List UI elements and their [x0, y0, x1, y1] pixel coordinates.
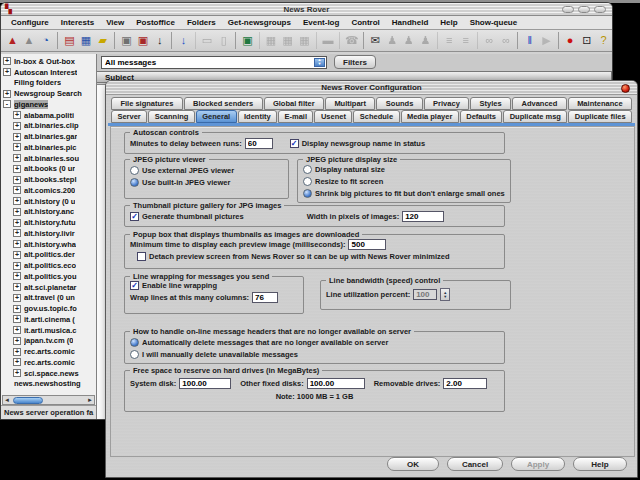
tree-horizontal-scrollbar[interactable]: ◄ ►: [2, 395, 95, 405]
tree-item[interactable]: + sci.space.news: [1, 368, 96, 379]
tree-item[interactable]: + Newsgroup Search: [1, 88, 96, 99]
tree-expand-icon[interactable]: +: [13, 358, 21, 366]
tab[interactable]: Server: [111, 110, 147, 123]
tree-expand-icon[interactable]: +: [13, 133, 21, 141]
dropdown-stepper-icon[interactable]: ▲▼: [314, 58, 325, 67]
tree-item[interactable]: - giganews: [1, 99, 96, 110]
menu-item[interactable]: Handheld: [386, 18, 434, 27]
tree-item[interactable]: + alt.history.wha: [1, 239, 96, 250]
menu-item[interactable]: Event-log: [297, 18, 345, 27]
tree-item[interactable]: + alt.binaries.sou: [1, 153, 96, 164]
help-icon[interactable]: ?: [595, 32, 612, 49]
menu-item[interactable]: View: [100, 18, 130, 27]
tree-item[interactable]: + alt.politics.der: [1, 250, 96, 261]
scroll-left-icon[interactable]: ◄: [3, 396, 11, 404]
list-alt-icon[interactable]: ≡: [457, 32, 474, 49]
tab[interactable]: Scanning: [148, 110, 195, 123]
tree-expand-icon[interactable]: +: [3, 90, 11, 98]
users-icon[interactable]: ♟: [417, 32, 434, 49]
mail-icon[interactable]: ✉: [363, 32, 384, 49]
menu-item[interactable]: Interests: [55, 18, 100, 27]
ok-button[interactable]: OK: [387, 457, 439, 471]
save-icon[interactable]: ▯: [215, 32, 232, 49]
tree-item[interactable]: + alt.history.futu: [1, 217, 96, 228]
menu-item[interactable]: Configure: [5, 18, 55, 27]
display-name-checkbox[interactable]: [290, 139, 299, 148]
tree-expand-icon[interactable]: +: [13, 262, 21, 270]
headers-radio[interactable]: [130, 350, 139, 359]
tree-item[interactable]: + In-box & Out-box: [1, 56, 96, 67]
enable-wrap-checkbox[interactable]: [130, 281, 139, 290]
tree-item[interactable]: + alt.books (0 ur: [1, 164, 96, 175]
tree-item[interactable]: + alt.sci.planetar: [1, 282, 96, 293]
tab[interactable]: Maintenance: [568, 97, 632, 110]
tree-item[interactable]: + alt.binaries.pic: [1, 142, 96, 153]
utilization-stepper-icon[interactable]: ▲▼: [440, 288, 450, 301]
tab[interactable]: File signatures: [111, 97, 183, 110]
tab[interactable]: Styles: [470, 97, 511, 110]
tree-item[interactable]: + alt.comics.200: [1, 185, 96, 196]
pause-icon[interactable]: ‖: [517, 32, 538, 49]
search-icon[interactable]: ∞: [477, 32, 498, 49]
tab[interactable]: Defaults: [460, 110, 502, 123]
tree-expand-icon[interactable]: +: [13, 165, 21, 173]
menu-item[interactable]: Show-queue: [464, 18, 524, 27]
tree-item[interactable]: + alt.books.stepl: [1, 174, 96, 185]
utilization-input[interactable]: [413, 289, 437, 300]
tree-item[interactable]: + alt.history.livir: [1, 228, 96, 239]
tab[interactable]: Identity: [238, 110, 278, 123]
folders-icon[interactable]: ▰: [94, 32, 111, 49]
scan-alt-icon[interactable]: ▲: [21, 32, 38, 49]
tree-item[interactable]: + alt.travel (0 un: [1, 293, 96, 304]
tree-expand-icon[interactable]: +: [13, 337, 21, 345]
server-icon[interactable]: ▤: [57, 32, 78, 49]
tree-item[interactable]: + rec.arts.comic: [1, 346, 96, 357]
scroll-right-icon[interactable]: ►: [86, 396, 94, 404]
list-view-icon[interactable]: ≡: [437, 32, 458, 49]
slideshow-icon[interactable]: ▦: [279, 32, 296, 49]
window-titlebar[interactable]: ▚ News Rover: [1, 3, 612, 16]
other-disks-input[interactable]: [307, 378, 365, 389]
tree-item[interactable]: + alabama.politi: [1, 110, 96, 121]
tree-item[interactable]: + rec.arts.comic: [1, 357, 96, 368]
download-icon[interactable]: ↓: [151, 32, 168, 49]
apply-button[interactable]: Apply: [511, 457, 565, 471]
schedule-clock-icon[interactable]: ◔: [37, 32, 54, 49]
tree-expand-icon[interactable]: +: [13, 326, 21, 334]
menu-item[interactable]: Help: [434, 18, 463, 27]
tree-item[interactable]: Filing folders: [1, 78, 96, 89]
handheld-icon[interactable]: ☎: [339, 32, 360, 49]
tree-expand-icon[interactable]: +: [13, 197, 21, 205]
user-remove-icon[interactable]: ♟: [400, 32, 417, 49]
generate-thumbnails-checkbox[interactable]: [130, 212, 139, 221]
exit-icon[interactable]: ⊡: [578, 32, 595, 49]
minutes-delay-input[interactable]: [245, 138, 273, 149]
newsgroups-icon[interactable]: ▦: [78, 32, 95, 49]
tab[interactable]: Blocked senders: [184, 97, 263, 110]
tree-expand-icon[interactable]: +: [13, 251, 21, 259]
menu-item[interactable]: Get-newsgroups: [222, 18, 297, 27]
tree-item[interactable]: + alt.history (0 u: [1, 196, 96, 207]
tree-item[interactable]: + it.arti.musica.c: [1, 325, 96, 336]
jpeg-size-radio[interactable]: [303, 165, 312, 174]
tree-expand-icon[interactable]: +: [13, 176, 21, 184]
tab[interactable]: Schedule: [353, 110, 399, 123]
scan-start-icon[interactable]: ▲: [4, 32, 21, 49]
tab[interactable]: Usenet: [314, 110, 352, 123]
min-time-input[interactable]: [348, 239, 386, 250]
headers-radio[interactable]: [130, 338, 139, 347]
dialog-close-button[interactable]: [621, 84, 630, 93]
window-zoom-button[interactable]: [578, 6, 590, 13]
jpeg-viewer-radio[interactable]: [130, 178, 139, 187]
search-next-icon[interactable]: ∞: [498, 32, 515, 49]
tab[interactable]: Multipart: [325, 97, 375, 110]
tab[interactable]: Duplicate msg: [503, 110, 567, 123]
tree-expand-icon[interactable]: +: [13, 229, 21, 237]
jpeg-viewer-radio[interactable]: [130, 166, 139, 175]
tab[interactable]: Media player: [401, 110, 459, 123]
tab[interactable]: Sounds: [376, 97, 422, 110]
thumbnail-icon[interactable]: ▦: [296, 32, 313, 49]
tree-item[interactable]: + alt.politics.you: [1, 271, 96, 282]
stop-icon[interactable]: ●: [558, 32, 579, 49]
window-collapse-button[interactable]: [562, 6, 574, 13]
